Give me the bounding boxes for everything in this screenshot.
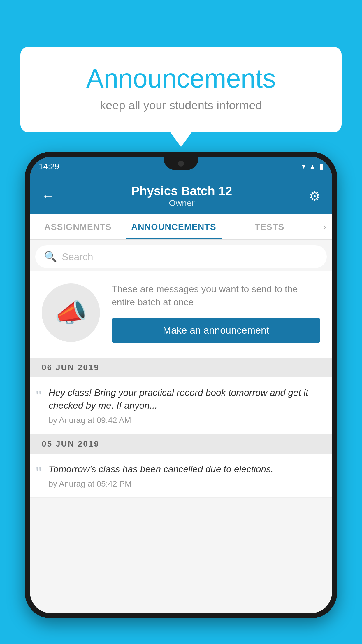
announcement-item-1[interactable]: " Hey class! Bring your practical record… xyxy=(30,377,332,434)
announce-description: These are messages you want to send to t… xyxy=(112,283,320,309)
megaphone-icon-circle: 📣 xyxy=(42,284,100,342)
phone-outer: 14:29 ▾ ▲ ▮ ← Physics Batch 12 Owner ⚙ xyxy=(25,152,337,618)
phone-inner: 14:29 ▾ ▲ ▮ ← Physics Batch 12 Owner ⚙ xyxy=(30,157,332,613)
bubble-subtitle: keep all your students informed xyxy=(44,99,318,112)
announcement-content-1: Hey class! Bring your practical record b… xyxy=(49,386,323,425)
quote-icon-1: " xyxy=(36,388,42,405)
announcement-text-2: Tomorrow's class has been cancelled due … xyxy=(49,463,323,476)
megaphone-icon: 📣 xyxy=(55,298,87,328)
header-center: Physics Batch 12 Owner xyxy=(131,184,232,208)
phone-mockup: 14:29 ▾ ▲ ▮ ← Physics Batch 12 Owner ⚙ xyxy=(25,152,337,644)
status-icons: ▾ ▲ ▮ xyxy=(302,162,323,171)
wifi-icon: ▾ xyxy=(302,162,305,171)
date-separator-2: 05 JUN 2019 xyxy=(30,434,332,454)
announcement-item-2[interactable]: " Tomorrow's class has been cancelled du… xyxy=(30,454,332,498)
status-time: 14:29 xyxy=(39,162,59,171)
announcement-meta-2: by Anurag at 05:42 PM xyxy=(49,479,323,489)
search-placeholder: Search xyxy=(62,251,93,262)
announce-right: These are messages you want to send to t… xyxy=(112,283,320,343)
content-area: 🔍 Search 📣 These are messages you want t… xyxy=(30,240,332,613)
search-bar[interactable]: 🔍 Search xyxy=(35,245,327,268)
gear-icon[interactable]: ⚙ xyxy=(309,189,320,204)
quote-icon-2: " xyxy=(36,465,42,481)
announcement-prompt: 📣 These are messages you want to send to… xyxy=(30,271,332,358)
make-announcement-button[interactable]: Make an announcement xyxy=(112,318,320,343)
signal-icon: ▲ xyxy=(309,162,316,171)
tab-assignments[interactable]: ASSIGNMENTS xyxy=(30,214,126,239)
status-bar: 14:29 ▾ ▲ ▮ xyxy=(30,157,332,176)
header-subtitle: Owner xyxy=(131,198,232,208)
camera-dot xyxy=(178,161,184,167)
bubble-title: Announcements xyxy=(44,64,318,93)
announcement-content-2: Tomorrow's class has been cancelled due … xyxy=(49,463,323,489)
battery-icon: ▮ xyxy=(319,162,323,171)
tab-more[interactable]: › xyxy=(317,214,332,239)
search-icon: 🔍 xyxy=(44,251,57,263)
tab-announcements[interactable]: ANNOUNCEMENTS xyxy=(126,214,222,239)
speech-bubble-section: Announcements keep all your students inf… xyxy=(20,47,342,132)
announcement-text-1: Hey class! Bring your practical record b… xyxy=(49,386,323,412)
tab-tests[interactable]: TESTS xyxy=(222,214,317,239)
announcement-meta-1: by Anurag at 09:42 AM xyxy=(49,416,323,425)
header-title: Physics Batch 12 xyxy=(131,184,232,198)
phone-notch xyxy=(164,157,198,170)
back-button[interactable]: ← xyxy=(42,189,55,203)
speech-bubble: Announcements keep all your students inf… xyxy=(20,47,342,132)
date-separator-1: 06 JUN 2019 xyxy=(30,358,332,377)
tabs-container: ASSIGNMENTS ANNOUNCEMENTS TESTS › xyxy=(30,214,332,240)
app-header: ← Physics Batch 12 Owner ⚙ xyxy=(30,176,332,214)
